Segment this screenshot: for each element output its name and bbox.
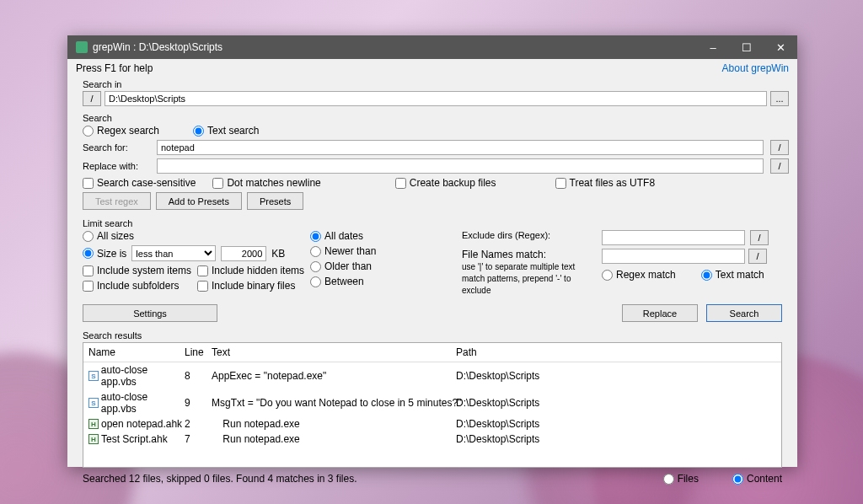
- file-icon: H: [88, 434, 99, 444]
- content-radio[interactable]: Content: [732, 473, 782, 485]
- searchfor-input[interactable]: [157, 140, 764, 155]
- app-icon: [76, 41, 88, 53]
- window-title: grepWin : D:\Desktop\Scripts: [93, 41, 222, 53]
- table-row[interactable]: HTest Script.ahk7 Run notepad.exeD:\Desk…: [83, 432, 781, 447]
- case-sensitive-check[interactable]: Search case-sensitive: [83, 177, 196, 189]
- test-regex-button[interactable]: Test regex: [83, 192, 151, 210]
- searchfor-slash-button[interactable]: /: [770, 140, 789, 155]
- main-window: grepWin : D:\Desktop\Scripts – ☐ ✕ Press…: [67, 35, 797, 467]
- alldates-radio[interactable]: All dates: [310, 230, 363, 242]
- backup-check[interactable]: Create backup files: [395, 177, 496, 189]
- close-button[interactable]: ✕: [764, 35, 797, 59]
- newer-radio[interactable]: Newer than: [310, 245, 376, 257]
- files-radio[interactable]: Files: [663, 473, 699, 485]
- textmatch-radio[interactable]: Text match: [701, 269, 764, 281]
- regexmatch-radio[interactable]: Regex match: [602, 269, 676, 281]
- line-cell: 7: [185, 433, 212, 445]
- text-cell: AppExec = "notepad.exe": [212, 370, 456, 382]
- browse-button[interactable]: ...: [770, 91, 789, 106]
- searchin-slash-button[interactable]: /: [83, 91, 101, 106]
- excldirs-slash-button[interactable]: /: [750, 230, 769, 245]
- file-icon: H: [88, 419, 99, 429]
- filenames-label: File Names match:use '|' to separate mul…: [462, 249, 597, 296]
- results-label: Search results: [83, 330, 789, 340]
- settings-button[interactable]: Settings: [83, 304, 217, 322]
- searchin-label: Search in: [83, 79, 789, 89]
- file-name: Test Script.ahk: [101, 433, 168, 445]
- replacewith-slash-button[interactable]: /: [770, 158, 789, 174]
- file-name: auto-close app.vbs: [101, 364, 185, 388]
- path-cell: D:\Desktop\Scripts: [456, 397, 776, 409]
- presets-button[interactable]: Presets: [247, 192, 303, 210]
- search-button[interactable]: Search: [706, 304, 782, 322]
- line-cell: 8: [185, 370, 212, 382]
- table-row[interactable]: Sauto-close app.vbs9MsgTxt = "Do you wan…: [83, 389, 781, 416]
- kb-label: KB: [271, 248, 285, 260]
- line-cell: 9: [185, 397, 212, 409]
- line-cell: 2: [185, 418, 212, 430]
- filenames-input[interactable]: [602, 249, 745, 264]
- include-binary-check[interactable]: Include binary files: [197, 280, 295, 292]
- file-name: open notepad.ahk: [101, 418, 182, 430]
- allsizes-radio[interactable]: All sizes: [83, 230, 134, 242]
- utf8-check[interactable]: Treat files as UTF8: [555, 177, 656, 189]
- file-name: auto-close app.vbs: [101, 391, 185, 415]
- col-name[interactable]: Name: [88, 346, 185, 358]
- sizeop-select[interactable]: less than: [131, 245, 216, 261]
- table-row[interactable]: Sauto-close app.vbs8AppExec = "notepad.e…: [83, 362, 781, 389]
- older-radio[interactable]: Older than: [310, 260, 372, 272]
- text-search-radio[interactable]: Text search: [193, 125, 259, 137]
- replacewith-label: Replace with:: [83, 161, 150, 171]
- include-system-check[interactable]: Include system items: [83, 265, 192, 276]
- minimize-button[interactable]: –: [696, 35, 730, 59]
- regex-search-radio[interactable]: Regex search: [83, 125, 159, 137]
- limit-label: Limit search: [83, 218, 789, 228]
- searchin-input[interactable]: [105, 91, 767, 106]
- search-group-label: Search: [83, 113, 789, 123]
- path-cell: D:\Desktop\Scripts: [456, 433, 776, 445]
- replace-button[interactable]: Replace: [622, 304, 698, 322]
- include-subfolders-check[interactable]: Include subfolders: [83, 280, 192, 292]
- dot-newline-check[interactable]: Dot matches newline: [212, 177, 320, 189]
- text-cell: Run notepad.exe: [212, 418, 456, 430]
- include-hidden-check[interactable]: Include hidden items: [197, 265, 304, 276]
- text-cell: Run notepad.exe: [212, 433, 456, 445]
- maximize-button[interactable]: ☐: [730, 35, 764, 59]
- file-icon: S: [88, 398, 99, 408]
- col-text[interactable]: Text: [212, 346, 456, 358]
- status-text: Searched 12 files, skipped 0 files. Foun…: [83, 473, 357, 485]
- table-row[interactable]: Hopen notepad.ahk2 Run notepad.exeD:\Des…: [83, 416, 781, 432]
- about-link[interactable]: About grepWin: [722, 62, 789, 74]
- excldirs-label: Exclude dirs (Regex):: [462, 230, 597, 242]
- path-cell: D:\Desktop\Scripts: [456, 418, 776, 430]
- searchfor-label: Search for:: [83, 142, 150, 153]
- col-line[interactable]: Line: [185, 346, 212, 358]
- replacewith-input[interactable]: [157, 158, 764, 174]
- path-cell: D:\Desktop\Scripts: [456, 370, 776, 382]
- text-cell: MsgTxt = "Do you want Notepad to close i…: [212, 397, 456, 409]
- excldirs-input[interactable]: [602, 230, 745, 245]
- titlebar[interactable]: grepWin : D:\Desktop\Scripts – ☐ ✕: [67, 35, 797, 59]
- sizeval-input[interactable]: [221, 246, 266, 261]
- results-list[interactable]: Name Line Text Path Sauto-close app.vbs8…: [83, 342, 782, 468]
- col-path[interactable]: Path: [456, 346, 776, 358]
- file-icon: S: [88, 371, 99, 381]
- help-hint: Press F1 for help: [76, 62, 153, 74]
- add-presets-button[interactable]: Add to Presets: [156, 192, 242, 210]
- filenames-slash-button[interactable]: /: [748, 249, 767, 264]
- between-radio[interactable]: Between: [310, 276, 364, 287]
- sizeis-radio[interactable]: Size is: [83, 248, 126, 260]
